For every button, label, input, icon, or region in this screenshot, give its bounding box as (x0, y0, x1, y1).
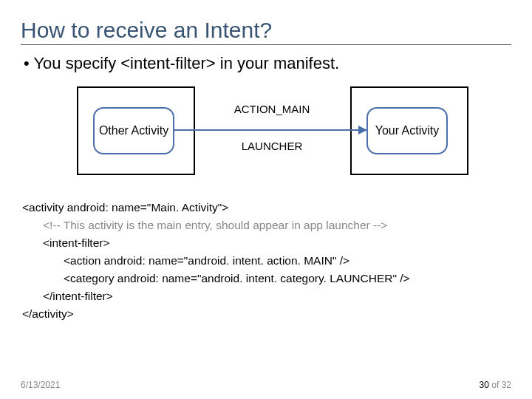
bullet-line: • You specify <intent-filter> in your ma… (24, 54, 511, 73)
footer: 6/13/2021 30 of 32 (21, 380, 511, 390)
page-total: of 32 (489, 380, 511, 390)
code-block: <activity android: name="Main. Activity"… (22, 199, 511, 323)
code-line: </intent-filter> (22, 287, 511, 305)
code-line: </activity> (22, 305, 511, 323)
node-your-activity: Your Activity (366, 107, 448, 154)
node-other-activity: Other Activity (93, 107, 174, 154)
arrow-icon (174, 129, 366, 131)
page-number: 30 of 32 (480, 380, 511, 390)
code-line: <action android: name="android. intent. … (22, 252, 511, 270)
code-line: <intent-filter> (22, 234, 511, 252)
code-comment: <!-- This activity is the main entry, sh… (22, 216, 511, 234)
code-line: <category android: name="android. intent… (22, 270, 511, 287)
footer-date: 6/13/2021 (21, 380, 60, 390)
label-launcher: LAUNCHER (213, 140, 331, 152)
code-line: <activity android: name="Main. Activity"… (22, 199, 511, 216)
label-action-main: ACTION_MAIN (213, 103, 331, 115)
slide-title: How to receive an Intent? (21, 18, 511, 45)
page-current: 30 (480, 380, 489, 390)
diagram: Other Activity Your Activity ACTION_MAIN… (47, 86, 511, 183)
